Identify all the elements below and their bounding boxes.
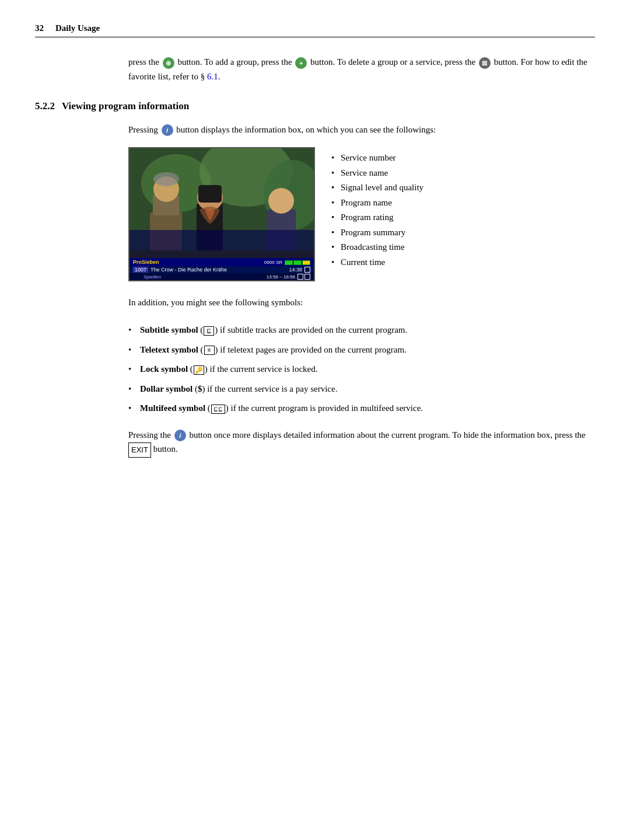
closing-text-after-icon: button once more displays detailed infor… [189, 430, 585, 440]
page-header: 32 Daily Usage [35, 23, 595, 37]
signal-bar-container [285, 259, 310, 265]
list-item: Service number [331, 151, 424, 166]
symbol-desc: if the current service is locked. [210, 364, 318, 374]
intro-text-before-btn1: press the [128, 57, 159, 67]
addition-title: In addition, you might see the following… [128, 298, 303, 307]
symbol-item-subtitle: Subtitle symbol (⊑) if subtitle tracks a… [128, 323, 595, 338]
list-item: Program rating [331, 210, 424, 225]
tv-program-name: The Crow - Die Rache der Krähe [150, 267, 286, 273]
symbol-label: Dollar symbol [140, 384, 192, 393]
chapter-title: Daily Usage [55, 23, 100, 33]
closing-info-icon: i [174, 430, 186, 441]
tv-screenshot: ProSieben 0900 SR 1007 The Crow - Die Ra… [128, 147, 315, 281]
multifeed-symbol-icon: ⊑⊑ [211, 405, 225, 414]
symbol-list: Subtitle symbol (⊑) if subtitle tracks a… [128, 323, 595, 416]
tv-time-range: 13:56 ~ 16:56 [267, 274, 295, 280]
tv-program-time: 14:38 [289, 267, 302, 273]
tv-icon-box-1 [298, 274, 303, 280]
svg-point-7 [153, 172, 179, 186]
symbol-label: Teletext symbol [140, 345, 198, 354]
desc-text-before-icon: Pressing [128, 125, 158, 134]
tv-signal-text: 0900 SR [264, 260, 282, 265]
tv-info-bottom-row: Spielfilm 13:56 ~ 16:56 [130, 273, 314, 280]
button-icon-3: ⊠ [479, 57, 491, 69]
teletext-symbol-icon: ≡ [204, 346, 215, 355]
svg-point-12 [268, 188, 294, 214]
signal-seg-2 [293, 260, 302, 265]
tv-sub-label: Spielfilm [133, 274, 264, 280]
section-number: 5.2.2 [35, 100, 55, 111]
exit-button: EXIT [128, 442, 151, 457]
button-icon-2: + [295, 57, 307, 69]
signal-seg-1 [285, 260, 293, 265]
symbol-desc: if teletext pages are provided on the cu… [220, 345, 406, 354]
intro-paragraph: press the ⊕ button. To add a group, pres… [128, 55, 595, 84]
tv-channel-name: ProSieben [133, 259, 159, 265]
closing-text-before-icon: Pressing the [128, 430, 171, 440]
subtitle-symbol-icon: ⊑ [204, 326, 214, 336]
button-icon-1: ⊕ [163, 57, 174, 69]
intro-text-after-btn2: button. To delete a group or a service, … [310, 57, 475, 67]
signal-seg-3 [302, 260, 310, 265]
symbol-item-lock: Lock symbol (🔑) if the current service i… [128, 362, 595, 377]
symbol-desc: if subtitle tracks are provided on the c… [220, 325, 407, 334]
list-item: Current time [331, 255, 424, 270]
section-title: Viewing program information [62, 100, 189, 111]
tv-icon-box [304, 267, 310, 273]
lock-symbol-icon: 🔑 [194, 365, 204, 375]
description-paragraph: Pressing i button displays the informati… [128, 123, 595, 137]
intro-text-after-btn1: button. To add a group, press the [177, 57, 292, 67]
section-heading: 5.2.2 Viewing program information [35, 100, 595, 112]
intro-text-end: . [218, 72, 220, 81]
content-block: ProSieben 0900 SR 1007 The Crow - Die Ra… [128, 147, 595, 281]
svg-rect-13 [130, 230, 314, 250]
dollar-symbol: $ [198, 384, 202, 393]
symbol-item-multifeed: Multifeed symbol (⊑⊑) if the current pro… [128, 401, 595, 416]
symbol-label: Subtitle symbol [140, 325, 198, 334]
closing-text-end: button. [153, 444, 178, 454]
section-link[interactable]: 6.1 [207, 72, 218, 81]
desc-text-after-icon: button displays the information box, on … [176, 125, 436, 134]
tv-info-middle-row: 1007 The Crow - Die Rache der Krähe 14:3… [130, 266, 314, 273]
symbol-desc: if the current service is a pay service. [207, 384, 337, 393]
page-number: 32 [35, 23, 44, 33]
list-item: Program name [331, 196, 424, 211]
closing-paragraph: Pressing the i button once more displays… [128, 428, 595, 458]
tv-icons-right [298, 274, 310, 280]
tv-icon-box-2 [304, 274, 310, 280]
tv-signal-bar: 0900 SR [264, 259, 310, 265]
list-item: Service name [331, 166, 424, 181]
symbol-label: Lock symbol [140, 364, 188, 374]
list-item: Broadcasting time [331, 240, 424, 255]
symbol-item-teletext: Teletext symbol (≡) if teletext pages ar… [128, 343, 595, 358]
tv-info-bar: ProSieben 0900 SR 1007 The Crow - Die Ra… [130, 258, 314, 280]
symbol-item-dollar: Dollar symbol ($) if the current service… [128, 382, 595, 397]
tv-info-top-row: ProSieben 0900 SR [130, 258, 314, 266]
symbol-desc: if the current program is provided in mu… [231, 403, 423, 413]
list-item: Signal level and quality [331, 180, 424, 196]
tv-channel-num: 1007 [133, 267, 148, 273]
list-item: Program summary [331, 225, 424, 241]
svg-rect-10 [198, 185, 222, 203]
info-bullet-list: Service number Service name Signal level… [331, 151, 424, 270]
symbol-label: Multifeed symbol [140, 403, 205, 413]
info-button-icon: i [162, 124, 173, 136]
addition-paragraph: In addition, you might see the following… [128, 295, 595, 310]
tv-scene-bg [130, 148, 314, 250]
